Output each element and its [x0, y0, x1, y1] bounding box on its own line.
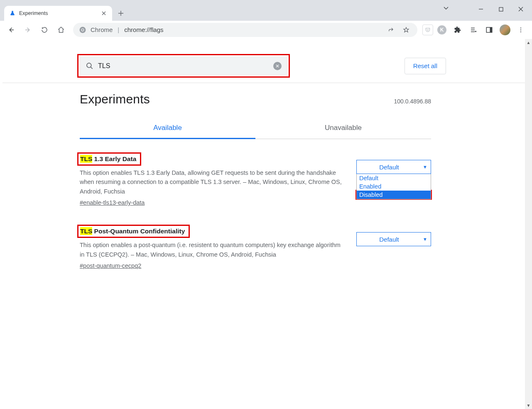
- flag-description: This option enables TLS 1.3 Early Data, …: [80, 168, 346, 196]
- chrome-icon: [79, 26, 86, 34]
- svg-point-7: [520, 29, 521, 30]
- flag-state-dropdown: Default Enabled Disabled: [356, 174, 431, 199]
- tab-unavailable[interactable]: Unavailable: [255, 118, 431, 139]
- option-disabled[interactable]: Disabled: [357, 191, 431, 199]
- window-controls: [471, 2, 530, 16]
- search-row: Reset all: [2, 51, 525, 83]
- version-text: 100.0.4896.88: [394, 98, 431, 105]
- minimize-button[interactable]: [471, 2, 490, 16]
- flag-anchor-link[interactable]: #post-quantum-cecpq2: [80, 262, 141, 269]
- extension-k-icon[interactable]: K: [435, 23, 449, 37]
- svg-point-9: [87, 63, 91, 67]
- extensions-puzzle-icon[interactable]: [451, 23, 465, 37]
- flag-title: TLS Post-Quantum Confidentiality: [80, 227, 186, 236]
- svg-rect-5: [490, 27, 492, 32]
- highlight-frame: TLS 1.3 Early Data: [77, 152, 141, 166]
- tab-available[interactable]: Available: [80, 118, 255, 139]
- menu-dots-icon[interactable]: [514, 23, 528, 37]
- browser-titlebar: Experiments: [0, 0, 532, 21]
- svg-point-8: [520, 31, 521, 32]
- page-title: Experiments: [80, 92, 150, 106]
- forward-button[interactable]: [21, 23, 35, 37]
- search-icon: [86, 62, 94, 70]
- chevron-down-icon: ▼: [423, 237, 427, 242]
- new-tab-button[interactable]: [115, 7, 127, 20]
- bookmark-icon[interactable]: [401, 24, 412, 35]
- svg-rect-0: [499, 7, 503, 11]
- flag-search-box[interactable]: [80, 56, 287, 75]
- flag-state-select[interactable]: Default ▼: [356, 232, 431, 246]
- extension-pocket-icon[interactable]: [422, 24, 433, 35]
- home-button[interactable]: [54, 23, 68, 37]
- close-tab-icon[interactable]: [101, 10, 107, 17]
- maximize-button[interactable]: [491, 2, 510, 16]
- extension-group: K: [422, 23, 528, 37]
- reset-all-button[interactable]: Reset all: [405, 58, 446, 74]
- side-panel-icon[interactable]: [482, 23, 496, 37]
- flag-item: TLS 1.3 Early Data This option enables T…: [80, 139, 431, 206]
- option-default[interactable]: Default: [357, 174, 431, 182]
- highlight-frame: TLS Post-Quantum Confidentiality: [77, 225, 190, 238]
- flag-state-select[interactable]: Default ▼: [356, 160, 431, 174]
- close-window-button[interactable]: [511, 2, 530, 16]
- scroll-up-icon[interactable]: ▲: [525, 39, 532, 46]
- back-button[interactable]: [4, 23, 18, 37]
- svg-point-6: [520, 27, 521, 28]
- address-bar[interactable]: Chrome | chrome://flags: [73, 23, 417, 37]
- scrollbar[interactable]: ▲ ▼: [525, 39, 532, 409]
- profile-avatar[interactable]: [498, 23, 512, 37]
- clear-search-icon[interactable]: [273, 62, 282, 70]
- browser-tab[interactable]: Experiments: [4, 6, 112, 21]
- tab-title: Experiments: [19, 10, 48, 16]
- browser-toolbar: Chrome | chrome://flags K: [0, 21, 532, 39]
- svg-point-3: [82, 29, 84, 31]
- chevron-down-icon: ▼: [423, 164, 427, 169]
- flag-item: TLS Post-Quantum Confidentiality This op…: [80, 206, 431, 269]
- url-text: chrome://flags: [124, 26, 163, 33]
- scroll-down-icon[interactable]: ▼: [525, 402, 532, 409]
- option-enabled[interactable]: Enabled: [357, 182, 431, 191]
- page-viewport: ▲ ▼ Reset all Experiments 100.0.4896.88: [0, 39, 532, 409]
- flag-title: TLS 1.3 Early Data: [80, 154, 137, 164]
- origin-label: Chrome: [91, 26, 113, 33]
- reading-list-icon[interactable]: [466, 23, 481, 37]
- reload-button[interactable]: [37, 23, 51, 37]
- flask-icon: [9, 10, 16, 17]
- tab-search-icon[interactable]: [443, 5, 449, 11]
- flag-description: This option enables a post-quantum (i.e.…: [80, 240, 346, 259]
- flag-search-input[interactable]: [98, 62, 269, 70]
- flag-anchor-link[interactable]: #enable-tls13-early-data: [80, 199, 145, 206]
- flag-tabs: Available Unavailable: [80, 118, 431, 139]
- share-icon[interactable]: [386, 24, 397, 35]
